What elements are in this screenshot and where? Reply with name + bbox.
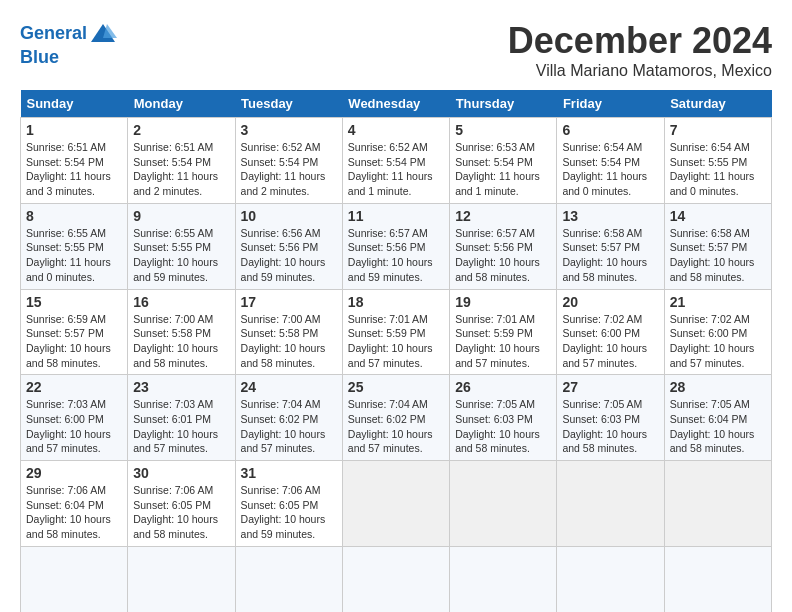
calendar-cell: 31 Sunrise: 7:06 AMSunset: 6:05 PMDaylig… (235, 461, 342, 547)
day-number: 3 (241, 122, 337, 138)
day-number: 23 (133, 379, 229, 395)
day-info: Sunrise: 7:05 AMSunset: 6:03 PMDaylight:… (455, 398, 540, 454)
day-number: 30 (133, 465, 229, 481)
day-info: Sunrise: 7:01 AMSunset: 5:59 PMDaylight:… (455, 313, 540, 369)
day-info: Sunrise: 6:53 AMSunset: 5:54 PMDaylight:… (455, 141, 540, 197)
logo: General Blue (20, 20, 117, 68)
day-number: 11 (348, 208, 444, 224)
calendar-cell: 15 Sunrise: 6:59 AMSunset: 5:57 PMDaylig… (21, 289, 128, 375)
calendar-cell: 19 Sunrise: 7:01 AMSunset: 5:59 PMDaylig… (450, 289, 557, 375)
calendar-cell (128, 546, 235, 612)
day-info: Sunrise: 6:59 AMSunset: 5:57 PMDaylight:… (26, 313, 111, 369)
calendar-cell: 21 Sunrise: 7:02 AMSunset: 6:00 PMDaylig… (664, 289, 771, 375)
day-info: Sunrise: 7:06 AMSunset: 6:05 PMDaylight:… (241, 484, 326, 540)
calendar-cell: 13 Sunrise: 6:58 AMSunset: 5:57 PMDaylig… (557, 203, 664, 289)
day-number: 20 (562, 294, 658, 310)
day-number: 4 (348, 122, 444, 138)
month-title: December 2024 (508, 20, 772, 62)
day-info: Sunrise: 6:58 AMSunset: 5:57 PMDaylight:… (670, 227, 755, 283)
calendar-cell (664, 461, 771, 547)
day-info: Sunrise: 7:03 AMSunset: 6:01 PMDaylight:… (133, 398, 218, 454)
day-number: 6 (562, 122, 658, 138)
day-info: Sunrise: 7:06 AMSunset: 6:05 PMDaylight:… (133, 484, 218, 540)
calendar-cell: 9 Sunrise: 6:55 AMSunset: 5:55 PMDayligh… (128, 203, 235, 289)
day-number: 19 (455, 294, 551, 310)
day-number: 28 (670, 379, 766, 395)
calendar-cell: 2 Sunrise: 6:51 AMSunset: 5:54 PMDayligh… (128, 118, 235, 204)
calendar-row: 8 Sunrise: 6:55 AMSunset: 5:55 PMDayligh… (21, 203, 772, 289)
day-number: 14 (670, 208, 766, 224)
calendar-cell: 24 Sunrise: 7:04 AMSunset: 6:02 PMDaylig… (235, 375, 342, 461)
day-info: Sunrise: 7:01 AMSunset: 5:59 PMDaylight:… (348, 313, 433, 369)
day-info: Sunrise: 7:05 AMSunset: 6:03 PMDaylight:… (562, 398, 647, 454)
calendar-cell: 27 Sunrise: 7:05 AMSunset: 6:03 PMDaylig… (557, 375, 664, 461)
calendar-cell: 17 Sunrise: 7:00 AMSunset: 5:58 PMDaylig… (235, 289, 342, 375)
calendar-cell: 10 Sunrise: 6:56 AMSunset: 5:56 PMDaylig… (235, 203, 342, 289)
calendar-cell: 7 Sunrise: 6:54 AMSunset: 5:55 PMDayligh… (664, 118, 771, 204)
weekday-header: Tuesday (235, 90, 342, 118)
calendar-cell (450, 461, 557, 547)
weekday-header: Thursday (450, 90, 557, 118)
logo-text: General (20, 20, 117, 48)
calendar-row: 29 Sunrise: 7:06 AMSunset: 6:04 PMDaylig… (21, 461, 772, 547)
calendar-cell: 3 Sunrise: 6:52 AMSunset: 5:54 PMDayligh… (235, 118, 342, 204)
day-info: Sunrise: 7:00 AMSunset: 5:58 PMDaylight:… (133, 313, 218, 369)
svg-marker-1 (103, 24, 117, 38)
calendar-cell (21, 546, 128, 612)
day-number: 21 (670, 294, 766, 310)
day-number: 2 (133, 122, 229, 138)
day-info: Sunrise: 6:55 AMSunset: 5:55 PMDaylight:… (26, 227, 111, 283)
day-info: Sunrise: 6:54 AMSunset: 5:54 PMDaylight:… (562, 141, 647, 197)
day-info: Sunrise: 7:04 AMSunset: 6:02 PMDaylight:… (348, 398, 433, 454)
day-info: Sunrise: 6:56 AMSunset: 5:56 PMDaylight:… (241, 227, 326, 283)
calendar-cell: 25 Sunrise: 7:04 AMSunset: 6:02 PMDaylig… (342, 375, 449, 461)
calendar-cell: 1 Sunrise: 6:51 AMSunset: 5:54 PMDayligh… (21, 118, 128, 204)
calendar-cell (664, 546, 771, 612)
calendar-cell: 12 Sunrise: 6:57 AMSunset: 5:56 PMDaylig… (450, 203, 557, 289)
day-number: 15 (26, 294, 122, 310)
title-block: December 2024 Villa Mariano Matamoros, M… (508, 20, 772, 80)
weekday-header: Friday (557, 90, 664, 118)
day-number: 31 (241, 465, 337, 481)
calendar-row: 22 Sunrise: 7:03 AMSunset: 6:00 PMDaylig… (21, 375, 772, 461)
day-number: 13 (562, 208, 658, 224)
day-info: Sunrise: 6:54 AMSunset: 5:55 PMDaylight:… (670, 141, 755, 197)
day-info: Sunrise: 7:02 AMSunset: 6:00 PMDaylight:… (670, 313, 755, 369)
location: Villa Mariano Matamoros, Mexico (508, 62, 772, 80)
day-number: 1 (26, 122, 122, 138)
day-number: 18 (348, 294, 444, 310)
calendar-cell (235, 546, 342, 612)
day-number: 5 (455, 122, 551, 138)
day-info: Sunrise: 6:51 AMSunset: 5:54 PMDaylight:… (26, 141, 111, 197)
day-number: 16 (133, 294, 229, 310)
day-info: Sunrise: 7:00 AMSunset: 5:58 PMDaylight:… (241, 313, 326, 369)
calendar-cell: 26 Sunrise: 7:05 AMSunset: 6:03 PMDaylig… (450, 375, 557, 461)
calendar-cell (557, 461, 664, 547)
day-info: Sunrise: 6:55 AMSunset: 5:55 PMDaylight:… (133, 227, 218, 283)
page-header: General Blue December 2024 Villa Mariano… (20, 20, 772, 80)
day-info: Sunrise: 7:02 AMSunset: 6:00 PMDaylight:… (562, 313, 647, 369)
day-number: 9 (133, 208, 229, 224)
weekday-header: Monday (128, 90, 235, 118)
calendar-cell (342, 461, 449, 547)
day-number: 8 (26, 208, 122, 224)
calendar-cell: 30 Sunrise: 7:06 AMSunset: 6:05 PMDaylig… (128, 461, 235, 547)
calendar-cell: 18 Sunrise: 7:01 AMSunset: 5:59 PMDaylig… (342, 289, 449, 375)
day-info: Sunrise: 6:57 AMSunset: 5:56 PMDaylight:… (455, 227, 540, 283)
calendar-cell: 29 Sunrise: 7:06 AMSunset: 6:04 PMDaylig… (21, 461, 128, 547)
day-info: Sunrise: 7:04 AMSunset: 6:02 PMDaylight:… (241, 398, 326, 454)
calendar-row: 1 Sunrise: 6:51 AMSunset: 5:54 PMDayligh… (21, 118, 772, 204)
day-info: Sunrise: 6:52 AMSunset: 5:54 PMDaylight:… (348, 141, 433, 197)
day-number: 22 (26, 379, 122, 395)
day-number: 10 (241, 208, 337, 224)
calendar-cell: 6 Sunrise: 6:54 AMSunset: 5:54 PMDayligh… (557, 118, 664, 204)
day-info: Sunrise: 6:51 AMSunset: 5:54 PMDaylight:… (133, 141, 218, 197)
calendar-cell: 22 Sunrise: 7:03 AMSunset: 6:00 PMDaylig… (21, 375, 128, 461)
day-number: 17 (241, 294, 337, 310)
weekday-header: Sunday (21, 90, 128, 118)
calendar-cell (557, 546, 664, 612)
weekday-header-row: SundayMondayTuesdayWednesdayThursdayFrid… (21, 90, 772, 118)
calendar-cell: 4 Sunrise: 6:52 AMSunset: 5:54 PMDayligh… (342, 118, 449, 204)
calendar-cell: 14 Sunrise: 6:58 AMSunset: 5:57 PMDaylig… (664, 203, 771, 289)
calendar-cell: 23 Sunrise: 7:03 AMSunset: 6:01 PMDaylig… (128, 375, 235, 461)
